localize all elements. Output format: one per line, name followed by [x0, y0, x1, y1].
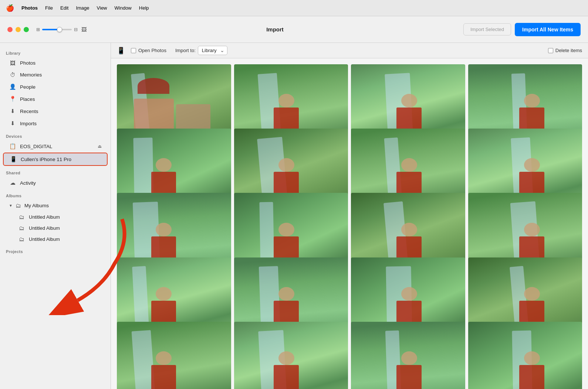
sidebar-item-eos-digital[interactable]: 📋 EOS_DIGITAL ⏏ — [3, 140, 108, 152]
sidebar-label-untitled-2: Untitled Album — [29, 225, 60, 231]
menu-help[interactable]: Help — [139, 5, 149, 11]
photo-grid — [111, 58, 588, 389]
import-to-area: Import to: Library — [175, 46, 227, 55]
open-photos-area: Open Photos — [131, 48, 166, 53]
open-photos-label: Open Photos — [138, 48, 166, 53]
import-selected-button[interactable]: Import Selected — [463, 23, 511, 35]
sidebar-item-photos[interactable]: 🖼 Photos — [3, 57, 108, 69]
photos-view-icon: 🖼 — [81, 27, 87, 33]
sidebar-label-eos: EOS_DIGITAL — [20, 144, 53, 149]
triangle-icon: ▼ — [9, 204, 13, 208]
sidebar: Library 🖼 Photos ⏱ Memories 👤 People 📍 P… — [0, 43, 111, 389]
menu-edit[interactable]: Edit — [60, 5, 68, 11]
sidebar-item-recents[interactable]: ⬇ Recents — [3, 105, 108, 117]
album-icon-1: 🗂 — [18, 214, 25, 220]
memories-icon: ⏱ — [9, 72, 16, 78]
album-icon-3: 🗂 — [18, 236, 25, 242]
photo-cell[interactable] — [117, 322, 231, 389]
sidebar-item-activity[interactable]: ☁ Activity — [3, 177, 108, 189]
import-all-button[interactable]: Import All New Items — [515, 23, 581, 36]
menu-photos[interactable]: Photos — [21, 5, 38, 11]
people-icon: 👤 — [9, 83, 16, 90]
zoom-slider-area: ⊞ ⊟ 🖼 — [36, 27, 87, 33]
delete-items-label: Delete items — [555, 48, 582, 53]
device-icon: 📱 — [117, 47, 125, 55]
iphone-icon: 📱 — [10, 156, 17, 163]
sidebar-label-untitled-1: Untitled Album — [29, 214, 60, 220]
titlebar: ⊞ ⊟ 🖼 Import Import Selected Import All … — [0, 16, 588, 43]
places-icon: 📍 — [9, 96, 16, 102]
album-icon-2: 🗂 — [18, 225, 25, 231]
library-select-wrapper: Library — [198, 46, 227, 55]
eos-icon: 📋 — [9, 143, 16, 150]
photo-cell[interactable] — [351, 322, 465, 389]
sidebar-item-places[interactable]: 📍 Places — [3, 93, 108, 105]
window-controls — [7, 27, 29, 32]
photo-cell[interactable] — [468, 322, 582, 389]
sidebar-label-activity: Activity — [20, 180, 36, 186]
minimize-button[interactable] — [16, 27, 21, 32]
devices-section-header: Devices — [0, 130, 111, 140]
delete-items-area: Delete items — [548, 48, 582, 53]
menu-view[interactable]: View — [97, 5, 107, 11]
sidebar-item-my-albums[interactable]: ▼ 🗂 My Albums — [3, 200, 108, 211]
sidebar-label-places: Places — [20, 96, 35, 102]
menu-image[interactable]: Image — [76, 5, 89, 11]
grid-large-icon: ⊟ — [74, 27, 78, 32]
folder-icon: 🗂 — [15, 202, 22, 209]
menu-window[interactable]: Window — [115, 5, 132, 11]
photo-cell[interactable] — [234, 322, 348, 389]
sidebar-item-untitled-2[interactable]: 🗂 Untitled Album — [3, 223, 108, 233]
import-to-label: Import to: — [175, 48, 196, 53]
maximize-button[interactable] — [24, 27, 29, 32]
sidebar-label-memories: Memories — [20, 72, 42, 78]
sidebar-label-photos: Photos — [20, 60, 36, 66]
sidebar-label-recents: Recents — [20, 109, 38, 114]
content-toolbar: 📱 Open Photos Import to: Library Delete … — [111, 43, 588, 58]
zoom-slider[interactable] — [42, 29, 72, 30]
menu-file[interactable]: File — [45, 5, 53, 11]
open-photos-checkbox[interactable] — [131, 48, 136, 53]
sidebar-item-people[interactable]: 👤 People — [3, 81, 108, 93]
sidebar-label-untitled-3: Untitled Album — [29, 236, 60, 242]
sidebar-label-iphone: Cullen's iPhone 11 Pro — [21, 157, 71, 162]
imports-icon: ⬇ — [9, 120, 16, 127]
main-layout: Library 🖼 Photos ⏱ Memories 👤 People 📍 P… — [0, 43, 588, 389]
sidebar-label-imports: Imports — [20, 121, 37, 126]
titlebar-actions: Import Selected Import All New Items — [463, 23, 581, 36]
photos-icon: 🖼 — [9, 60, 16, 66]
sidebar-item-cullens-iphone[interactable]: 📱 Cullen's iPhone 11 Pro — [3, 153, 108, 166]
albums-section-header: Albums — [0, 189, 111, 199]
content-area: 📱 Open Photos Import to: Library Delete … — [111, 43, 588, 389]
recents-icon: ⬇ — [9, 108, 16, 115]
menubar: 🍎 Photos File Edit Image View Window Hel… — [0, 0, 588, 16]
library-select[interactable]: Library — [198, 46, 227, 55]
sidebar-item-untitled-1[interactable]: 🗂 Untitled Album — [3, 212, 108, 222]
sidebar-item-memories[interactable]: ⏱ Memories — [3, 69, 108, 81]
eject-icon[interactable]: ⏏ — [98, 144, 102, 149]
activity-icon: ☁ — [9, 180, 16, 186]
sidebar-item-imports[interactable]: ⬇ Imports — [3, 117, 108, 129]
projects-section-header: Projects — [0, 245, 111, 255]
delete-items-checkbox[interactable] — [548, 48, 553, 53]
grid-small-icon: ⊞ — [36, 27, 40, 32]
sidebar-label-people: People — [20, 84, 36, 90]
sidebar-item-untitled-3[interactable]: 🗂 Untitled Album — [3, 234, 108, 245]
shared-section-header: Shared — [0, 166, 111, 177]
close-button[interactable] — [7, 27, 13, 32]
apple-menu-icon[interactable]: 🍎 — [6, 4, 14, 12]
library-section-header: Library — [0, 47, 111, 57]
sidebar-label-my-albums: My Albums — [24, 203, 49, 208]
titlebar-title: Import — [87, 26, 463, 33]
